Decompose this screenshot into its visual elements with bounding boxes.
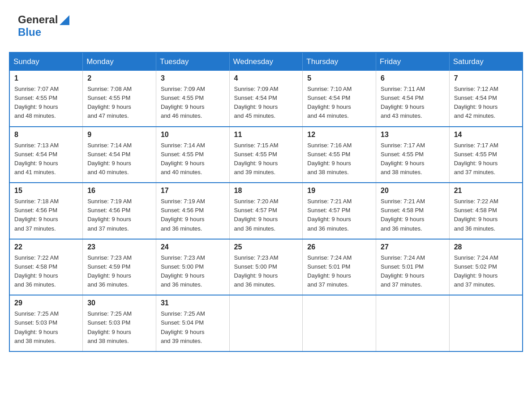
- calendar-week-row: 29Sunrise: 7:25 AMSunset: 5:03 PMDayligh…: [9, 295, 523, 351]
- day-info: Sunrise: 7:23 AMSunset: 5:00 PMDaylight:…: [234, 253, 298, 290]
- calendar-cell: 10Sunrise: 7:14 AMSunset: 4:55 PMDayligh…: [156, 127, 229, 183]
- day-number: 6: [381, 74, 445, 82]
- day-info: Sunrise: 7:23 AMSunset: 5:00 PMDaylight:…: [161, 253, 225, 290]
- calendar-cell: 12Sunrise: 7:16 AMSunset: 4:55 PMDayligh…: [303, 127, 376, 183]
- day-number: 11: [234, 131, 298, 139]
- day-info: Sunrise: 7:22 AMSunset: 4:58 PMDaylight:…: [454, 197, 518, 233]
- day-number: 23: [87, 243, 151, 251]
- calendar-cell: 7Sunrise: 7:12 AMSunset: 4:54 PMDaylight…: [449, 71, 523, 127]
- column-header-thursday: Thursday: [303, 52, 376, 71]
- day-number: 14: [454, 131, 518, 139]
- calendar-cell: 17Sunrise: 7:19 AMSunset: 4:56 PMDayligh…: [156, 183, 229, 239]
- column-header-tuesday: Tuesday: [156, 52, 229, 71]
- day-info: Sunrise: 7:15 AMSunset: 4:55 PMDaylight:…: [234, 141, 298, 177]
- calendar-cell: 8Sunrise: 7:13 AMSunset: 4:54 PMDaylight…: [9, 127, 83, 183]
- calendar-cell: 18Sunrise: 7:20 AMSunset: 4:57 PMDayligh…: [229, 183, 303, 239]
- column-header-friday: Friday: [376, 52, 450, 71]
- day-number: 24: [161, 243, 225, 251]
- day-info: Sunrise: 7:21 AMSunset: 4:57 PMDaylight:…: [307, 197, 371, 233]
- calendar-cell: 16Sunrise: 7:19 AMSunset: 4:56 PMDayligh…: [83, 183, 156, 239]
- day-number: 17: [161, 187, 225, 195]
- day-info: Sunrise: 7:22 AMSunset: 4:58 PMDaylight:…: [14, 253, 78, 290]
- calendar-cell: 25Sunrise: 7:23 AMSunset: 5:00 PMDayligh…: [229, 239, 303, 295]
- day-number: 5: [307, 74, 371, 82]
- day-info: Sunrise: 7:12 AMSunset: 4:54 PMDaylight:…: [454, 85, 518, 121]
- day-info: Sunrise: 7:08 AMSunset: 4:55 PMDaylight:…: [87, 85, 151, 121]
- svg-marker-0: [60, 15, 69, 25]
- calendar-cell: 14Sunrise: 7:17 AMSunset: 4:55 PMDayligh…: [449, 127, 523, 183]
- day-number: 27: [381, 243, 445, 251]
- day-info: Sunrise: 7:19 AMSunset: 4:56 PMDaylight:…: [87, 197, 151, 233]
- day-number: 9: [87, 131, 151, 139]
- day-number: 26: [307, 243, 371, 251]
- day-info: Sunrise: 7:09 AMSunset: 4:54 PMDaylight:…: [234, 85, 298, 121]
- logo: General Blue: [18, 13, 69, 39]
- calendar-cell: [376, 295, 450, 351]
- day-number: 21: [454, 187, 518, 195]
- logo-general-text: General: [18, 13, 58, 26]
- calendar-cell: 6Sunrise: 7:11 AMSunset: 4:54 PMDaylight…: [376, 71, 450, 127]
- day-number: 3: [161, 74, 225, 82]
- calendar-cell: 19Sunrise: 7:21 AMSunset: 4:57 PMDayligh…: [303, 183, 376, 239]
- calendar-cell: 11Sunrise: 7:15 AMSunset: 4:55 PMDayligh…: [229, 127, 303, 183]
- column-header-saturday: Saturday: [449, 52, 523, 71]
- calendar-header-row: SundayMondayTuesdayWednesdayThursdayFrid…: [9, 52, 523, 71]
- day-number: 4: [234, 74, 298, 82]
- day-number: 12: [307, 131, 371, 139]
- day-info: Sunrise: 7:07 AMSunset: 4:55 PMDaylight:…: [14, 85, 78, 121]
- day-number: 8: [14, 131, 78, 139]
- day-info: Sunrise: 7:24 AMSunset: 5:01 PMDaylight:…: [381, 253, 445, 290]
- day-info: Sunrise: 7:23 AMSunset: 4:59 PMDaylight:…: [87, 253, 151, 290]
- day-number: 2: [87, 74, 151, 82]
- day-number: 29: [14, 299, 78, 307]
- calendar-table: SundayMondayTuesdayWednesdayThursdayFrid…: [9, 52, 523, 352]
- column-header-wednesday: Wednesday: [229, 52, 303, 71]
- page-header: General Blue: [9, 9, 523, 43]
- calendar-week-row: 8Sunrise: 7:13 AMSunset: 4:54 PMDaylight…: [9, 127, 523, 183]
- day-info: Sunrise: 7:24 AMSunset: 5:01 PMDaylight:…: [307, 253, 371, 290]
- day-number: 30: [87, 299, 151, 307]
- calendar-cell: 20Sunrise: 7:21 AMSunset: 4:58 PMDayligh…: [376, 183, 450, 239]
- calendar-week-row: 22Sunrise: 7:22 AMSunset: 4:58 PMDayligh…: [9, 239, 523, 295]
- calendar-week-row: 1Sunrise: 7:07 AMSunset: 4:55 PMDaylight…: [9, 71, 523, 127]
- calendar-cell: [303, 295, 376, 351]
- day-number: 18: [234, 187, 298, 195]
- day-number: 19: [307, 187, 371, 195]
- day-info: Sunrise: 7:18 AMSunset: 4:56 PMDaylight:…: [14, 197, 78, 233]
- calendar-cell: [449, 295, 523, 351]
- logo-blue-text: Blue: [18, 26, 41, 38]
- day-number: 25: [234, 243, 298, 251]
- calendar-cell: 27Sunrise: 7:24 AMSunset: 5:01 PMDayligh…: [376, 239, 450, 295]
- day-number: 31: [161, 299, 225, 307]
- calendar-cell: 15Sunrise: 7:18 AMSunset: 4:56 PMDayligh…: [9, 183, 83, 239]
- day-info: Sunrise: 7:17 AMSunset: 4:55 PMDaylight:…: [381, 141, 445, 177]
- column-header-sunday: Sunday: [9, 52, 83, 71]
- day-number: 10: [161, 131, 225, 139]
- calendar-cell: 22Sunrise: 7:22 AMSunset: 4:58 PMDayligh…: [9, 239, 83, 295]
- day-info: Sunrise: 7:09 AMSunset: 4:55 PMDaylight:…: [161, 85, 225, 121]
- logo-triangle-icon: [60, 15, 69, 25]
- day-info: Sunrise: 7:20 AMSunset: 4:57 PMDaylight:…: [234, 197, 298, 233]
- day-number: 28: [454, 243, 518, 251]
- column-header-monday: Monday: [83, 52, 156, 71]
- day-info: Sunrise: 7:24 AMSunset: 5:02 PMDaylight:…: [454, 253, 518, 290]
- day-info: Sunrise: 7:19 AMSunset: 4:56 PMDaylight:…: [161, 197, 225, 233]
- calendar-cell: 13Sunrise: 7:17 AMSunset: 4:55 PMDayligh…: [376, 127, 450, 183]
- calendar-cell: 5Sunrise: 7:10 AMSunset: 4:54 PMDaylight…: [303, 71, 376, 127]
- day-info: Sunrise: 7:13 AMSunset: 4:54 PMDaylight:…: [14, 141, 78, 177]
- calendar-cell: 9Sunrise: 7:14 AMSunset: 4:54 PMDaylight…: [83, 127, 156, 183]
- day-info: Sunrise: 7:10 AMSunset: 4:54 PMDaylight:…: [307, 85, 371, 121]
- calendar-week-row: 15Sunrise: 7:18 AMSunset: 4:56 PMDayligh…: [9, 183, 523, 239]
- day-number: 13: [381, 131, 445, 139]
- day-info: Sunrise: 7:11 AMSunset: 4:54 PMDaylight:…: [381, 85, 445, 121]
- day-number: 1: [14, 74, 78, 82]
- day-info: Sunrise: 7:25 AMSunset: 5:04 PMDaylight:…: [161, 309, 225, 346]
- calendar-cell: 2Sunrise: 7:08 AMSunset: 4:55 PMDaylight…: [83, 71, 156, 127]
- calendar-cell: 1Sunrise: 7:07 AMSunset: 4:55 PMDaylight…: [9, 71, 83, 127]
- day-number: 7: [454, 74, 518, 82]
- day-number: 15: [14, 187, 78, 195]
- calendar-cell: 21Sunrise: 7:22 AMSunset: 4:58 PMDayligh…: [449, 183, 523, 239]
- day-number: 16: [87, 187, 151, 195]
- calendar-cell: 30Sunrise: 7:25 AMSunset: 5:03 PMDayligh…: [83, 295, 156, 351]
- calendar-cell: 3Sunrise: 7:09 AMSunset: 4:55 PMDaylight…: [156, 71, 229, 127]
